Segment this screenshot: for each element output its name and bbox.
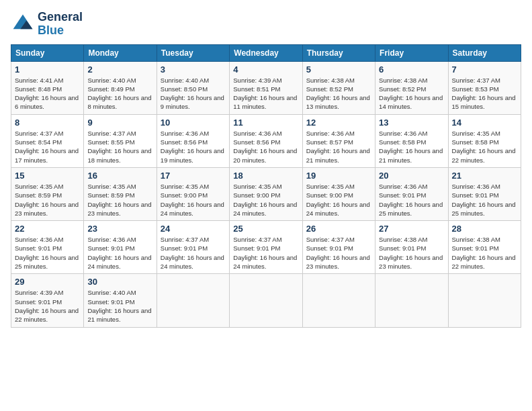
- day-cell: 13Sunrise: 4:36 AMSunset: 8:58 PMDayligh…: [375, 114, 448, 167]
- empty-cell: [302, 274, 375, 327]
- day-number: 12: [306, 118, 371, 128]
- day-number: 30: [87, 277, 152, 287]
- day-info: Sunrise: 4:35 AMSunset: 9:00 PMDaylight:…: [306, 182, 371, 218]
- day-number: 8: [15, 118, 80, 128]
- day-cell: 21Sunrise: 4:36 AMSunset: 9:01 PMDayligh…: [448, 167, 521, 220]
- day-cell: 27Sunrise: 4:38 AMSunset: 9:01 PMDayligh…: [375, 221, 448, 274]
- day-number: 6: [379, 64, 444, 75]
- day-number: 23: [87, 224, 152, 234]
- day-info: Sunrise: 4:36 AMSunset: 9:01 PMDaylight:…: [379, 182, 444, 218]
- day-info: Sunrise: 4:35 AMSunset: 9:00 PMDaylight:…: [233, 182, 298, 218]
- day-cell: 30Sunrise: 4:40 AMSunset: 9:01 PMDayligh…: [84, 274, 157, 327]
- day-info: Sunrise: 4:38 AMSunset: 9:01 PMDaylight:…: [452, 235, 517, 271]
- day-info: Sunrise: 4:35 AMSunset: 8:58 PMDaylight:…: [452, 129, 517, 165]
- day-cell: 18Sunrise: 4:35 AMSunset: 9:00 PMDayligh…: [230, 167, 302, 220]
- empty-cell: [448, 274, 521, 327]
- day-cell: 22Sunrise: 4:36 AMSunset: 9:01 PMDayligh…: [11, 221, 84, 274]
- day-number: 10: [161, 118, 226, 128]
- day-number: 24: [161, 224, 226, 234]
- day-number: 9: [87, 118, 152, 128]
- day-number: 11: [233, 118, 298, 128]
- day-info: Sunrise: 4:36 AMSunset: 8:56 PMDaylight:…: [161, 129, 226, 165]
- day-number: 16: [87, 171, 152, 181]
- day-cell: 4Sunrise: 4:39 AMSunset: 8:51 PMDaylight…: [230, 61, 302, 114]
- weekday-header-friday: Friday: [375, 44, 448, 61]
- day-info: Sunrise: 4:38 AMSunset: 8:52 PMDaylight:…: [379, 76, 444, 111]
- logo: General Blue: [11, 11, 83, 38]
- day-number: 25: [233, 224, 298, 234]
- day-info: Sunrise: 4:39 AMSunset: 8:51 PMDaylight:…: [233, 76, 298, 111]
- empty-cell: [230, 274, 302, 327]
- day-cell: 15Sunrise: 4:35 AMSunset: 8:59 PMDayligh…: [11, 167, 84, 220]
- day-cell: 17Sunrise: 4:35 AMSunset: 9:00 PMDayligh…: [157, 167, 229, 220]
- day-info: Sunrise: 4:38 AMSunset: 8:52 PMDaylight:…: [306, 76, 371, 111]
- day-info: Sunrise: 4:37 AMSunset: 8:54 PMDaylight:…: [15, 129, 80, 165]
- day-cell: 6Sunrise: 4:38 AMSunset: 8:52 PMDaylight…: [375, 61, 448, 114]
- weekday-header-saturday: Saturday: [448, 44, 521, 61]
- weekday-header-sunday: Sunday: [11, 44, 84, 61]
- day-number: 13: [379, 118, 444, 128]
- day-info: Sunrise: 4:35 AMSunset: 8:59 PMDaylight:…: [15, 182, 80, 218]
- day-info: Sunrise: 4:40 AMSunset: 9:01 PMDaylight:…: [87, 288, 152, 324]
- day-cell: 12Sunrise: 4:36 AMSunset: 8:57 PMDayligh…: [302, 114, 375, 167]
- day-info: Sunrise: 4:39 AMSunset: 9:01 PMDaylight:…: [15, 288, 80, 324]
- day-number: 5: [306, 64, 371, 75]
- day-number: 17: [161, 171, 226, 181]
- day-number: 19: [306, 171, 371, 181]
- day-cell: 23Sunrise: 4:36 AMSunset: 9:01 PMDayligh…: [84, 221, 157, 274]
- day-cell: 11Sunrise: 4:36 AMSunset: 8:56 PMDayligh…: [230, 114, 302, 167]
- day-info: Sunrise: 4:35 AMSunset: 9:00 PMDaylight:…: [161, 182, 226, 218]
- day-cell: 25Sunrise: 4:37 AMSunset: 9:01 PMDayligh…: [230, 221, 302, 274]
- day-number: 27: [379, 224, 444, 234]
- day-cell: 28Sunrise: 4:38 AMSunset: 9:01 PMDayligh…: [448, 221, 521, 274]
- day-info: Sunrise: 4:37 AMSunset: 9:01 PMDaylight:…: [233, 235, 298, 271]
- empty-cell: [375, 274, 448, 327]
- day-number: 1: [15, 64, 80, 75]
- day-cell: 1Sunrise: 4:41 AMSunset: 8:48 PMDaylight…: [11, 61, 84, 114]
- day-cell: 20Sunrise: 4:36 AMSunset: 9:01 PMDayligh…: [375, 167, 448, 220]
- day-info: Sunrise: 4:36 AMSunset: 8:58 PMDaylight:…: [379, 129, 444, 165]
- day-number: 20: [379, 171, 444, 181]
- day-info: Sunrise: 4:40 AMSunset: 8:49 PMDaylight:…: [87, 76, 152, 111]
- day-cell: 5Sunrise: 4:38 AMSunset: 8:52 PMDaylight…: [302, 61, 375, 114]
- day-info: Sunrise: 4:41 AMSunset: 8:48 PMDaylight:…: [15, 76, 80, 111]
- day-number: 4: [233, 64, 298, 75]
- day-number: 14: [452, 118, 517, 128]
- day-info: Sunrise: 4:36 AMSunset: 8:56 PMDaylight:…: [233, 129, 298, 165]
- day-number: 15: [15, 171, 80, 181]
- day-info: Sunrise: 4:38 AMSunset: 9:01 PMDaylight:…: [379, 235, 444, 271]
- day-number: 22: [15, 224, 80, 234]
- day-cell: 7Sunrise: 4:37 AMSunset: 8:53 PMDaylight…: [448, 61, 521, 114]
- logo-text: General Blue: [38, 11, 83, 38]
- day-info: Sunrise: 4:35 AMSunset: 8:59 PMDaylight:…: [87, 182, 152, 218]
- day-cell: 2Sunrise: 4:40 AMSunset: 8:49 PMDaylight…: [84, 61, 157, 114]
- day-number: 7: [452, 64, 517, 75]
- day-cell: 3Sunrise: 4:40 AMSunset: 8:50 PMDaylight…: [157, 61, 229, 114]
- weekday-header-wednesday: Wednesday: [230, 44, 302, 61]
- day-cell: 10Sunrise: 4:36 AMSunset: 8:56 PMDayligh…: [157, 114, 229, 167]
- day-info: Sunrise: 4:40 AMSunset: 8:50 PMDaylight:…: [161, 76, 226, 111]
- day-cell: 16Sunrise: 4:35 AMSunset: 8:59 PMDayligh…: [84, 167, 157, 220]
- day-number: 18: [233, 171, 298, 181]
- day-number: 28: [452, 224, 517, 234]
- day-number: 26: [306, 224, 371, 234]
- day-info: Sunrise: 4:37 AMSunset: 8:53 PMDaylight:…: [452, 76, 517, 111]
- day-cell: 8Sunrise: 4:37 AMSunset: 8:54 PMDaylight…: [11, 114, 84, 167]
- day-cell: 9Sunrise: 4:37 AMSunset: 8:55 PMDaylight…: [84, 114, 157, 167]
- day-info: Sunrise: 4:36 AMSunset: 8:57 PMDaylight:…: [306, 129, 371, 165]
- weekday-header-monday: Monday: [84, 44, 157, 61]
- day-cell: 24Sunrise: 4:37 AMSunset: 9:01 PMDayligh…: [157, 221, 229, 274]
- day-cell: 26Sunrise: 4:37 AMSunset: 9:01 PMDayligh…: [302, 221, 375, 274]
- empty-cell: [157, 274, 229, 327]
- day-info: Sunrise: 4:36 AMSunset: 9:01 PMDaylight:…: [87, 235, 152, 271]
- day-number: 2: [87, 64, 152, 75]
- day-info: Sunrise: 4:37 AMSunset: 9:01 PMDaylight:…: [306, 235, 371, 271]
- day-number: 29: [15, 277, 80, 287]
- day-cell: 29Sunrise: 4:39 AMSunset: 9:01 PMDayligh…: [11, 274, 84, 327]
- day-info: Sunrise: 4:37 AMSunset: 9:01 PMDaylight:…: [161, 235, 226, 271]
- weekday-header-thursday: Thursday: [302, 44, 375, 61]
- day-info: Sunrise: 4:36 AMSunset: 9:01 PMDaylight:…: [452, 182, 517, 218]
- calendar-table: SundayMondayTuesdayWednesdayThursdayFrid…: [11, 44, 521, 328]
- day-cell: 14Sunrise: 4:35 AMSunset: 8:58 PMDayligh…: [448, 114, 521, 167]
- day-number: 21: [452, 171, 517, 181]
